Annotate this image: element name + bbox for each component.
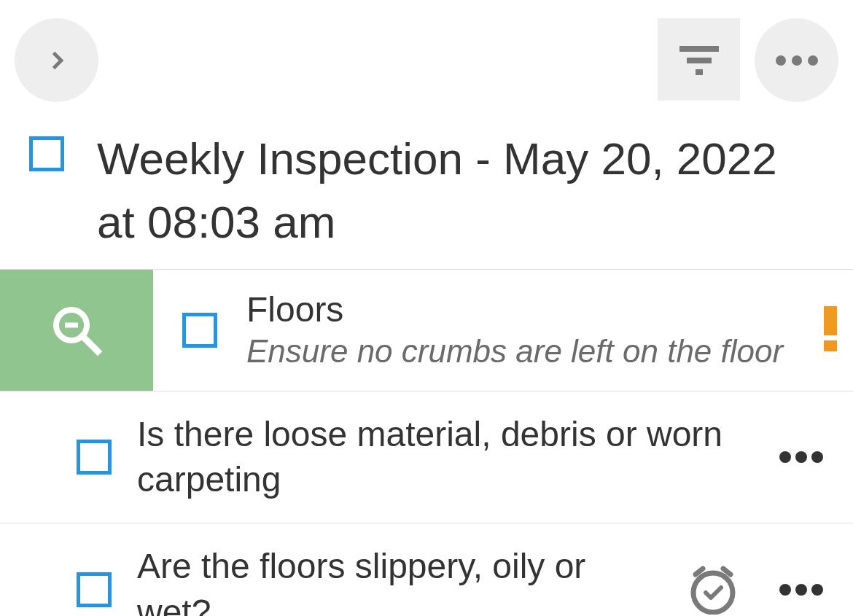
svg-rect-10 [824,340,837,351]
svg-point-11 [779,451,791,463]
expand-button[interactable] [15,18,98,102]
svg-point-13 [811,451,823,463]
header-left [15,18,98,102]
svg-rect-9 [824,306,837,335]
item-actions [688,565,824,615]
alarm-check-icon [688,565,739,615]
svg-rect-0 [679,46,719,52]
section-text: Floors Ensure no crumbs are left on the … [246,289,783,371]
svg-point-18 [795,584,807,596]
filter-icon [678,44,720,75]
item-checkbox[interactable] [77,440,112,475]
svg-point-4 [792,55,802,66]
filter-button[interactable] [658,18,740,101]
title-checkbox[interactable] [29,136,64,171]
more-horizontal-icon [774,55,819,66]
svg-point-17 [779,584,791,596]
svg-point-3 [776,55,786,66]
svg-line-8 [82,336,98,351]
checklist-item: Is there loose material, debris or worn … [0,391,853,524]
more-horizontal-icon [779,584,824,596]
svg-point-5 [808,55,818,66]
item-text: Is there loose material, debris or worn … [137,412,753,503]
alert-icon [822,306,838,354]
section-checkbox[interactable] [182,313,217,348]
zoom-out-icon [50,303,104,357]
item-more-button[interactable] [779,584,824,596]
page-title: Weekly Inspection - May 20, 2022 at 08:0… [97,128,824,254]
svg-point-19 [811,584,823,596]
more-horizontal-icon [779,451,824,463]
item-text: Are the floors slippery, oily or wet? [137,544,662,616]
header-right [658,18,838,102]
section-row: Floors Ensure no crumbs are left on the … [0,269,853,391]
item-more-button[interactable] [779,451,824,463]
checklist-item: Are the floors slippery, oily or wet? [0,523,853,616]
chevron-right-icon [44,47,70,74]
svg-rect-1 [687,58,712,63]
section-subtitle: Ensure no crumbs are left on the floor [246,331,783,371]
section-collapse-button[interactable] [0,270,153,391]
section-content: Floors Ensure no crumbs are left on the … [153,270,853,391]
header-bar [0,0,853,102]
item-checkbox[interactable] [77,572,112,607]
svg-point-12 [795,451,807,463]
title-row: Weekly Inspection - May 20, 2022 at 08:0… [0,102,853,269]
section-title: Floors [246,289,783,330]
svg-rect-2 [696,69,703,75]
more-button[interactable] [755,18,838,102]
alarm-button[interactable] [688,565,739,615]
item-actions [779,451,824,463]
